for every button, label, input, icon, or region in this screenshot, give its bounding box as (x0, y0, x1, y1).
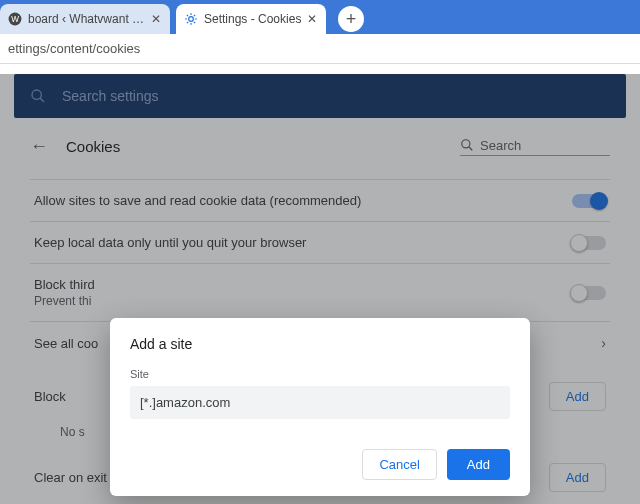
close-icon[interactable]: ✕ (306, 13, 318, 25)
site-field-label: Site (130, 368, 149, 380)
address-bar[interactable]: ettings/content/cookies (0, 34, 640, 64)
new-tab-button[interactable]: + (338, 6, 364, 32)
add-button[interactable]: Add (447, 449, 510, 480)
svg-line-9 (187, 22, 188, 23)
svg-line-7 (187, 15, 188, 16)
site-input[interactable] (130, 386, 510, 419)
tab-title: board ‹ Whatvwant — Wor (28, 12, 150, 26)
plus-icon: + (346, 9, 357, 30)
browser-tab-strip: W board ‹ Whatvwant — Wor ✕ Settings - C… (0, 0, 640, 34)
tab-title: Settings - Cookies (204, 12, 306, 26)
svg-line-10 (194, 15, 195, 16)
add-site-dialog: Add a site Site Cancel Add (110, 318, 530, 496)
browser-tab[interactable]: W board ‹ Whatvwant — Wor ✕ (0, 4, 170, 34)
svg-point-2 (189, 17, 194, 22)
browser-tab-active[interactable]: Settings - Cookies ✕ (176, 4, 326, 34)
svg-text:W: W (11, 15, 19, 24)
settings-page: Search settings ← Cookies Search Allow s… (0, 74, 640, 504)
url-text: ettings/content/cookies (8, 41, 140, 56)
gear-icon (184, 12, 198, 26)
wordpress-icon: W (8, 12, 22, 26)
dialog-title: Add a site (130, 336, 510, 352)
cancel-button[interactable]: Cancel (362, 449, 436, 480)
close-icon[interactable]: ✕ (150, 13, 162, 25)
svg-line-8 (194, 22, 195, 23)
